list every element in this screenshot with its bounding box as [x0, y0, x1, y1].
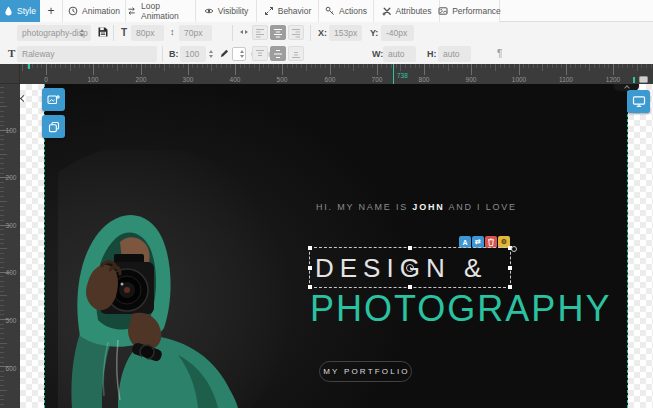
valign-top-button[interactable]: [252, 46, 268, 61]
height-label: H:: [427, 49, 437, 59]
width-field[interactable]: auto: [383, 46, 416, 62]
align-right-icon: [291, 28, 301, 38]
font-size-field[interactable]: 80px: [131, 25, 164, 41]
tab-loop-animation[interactable]: Loop Animation: [126, 0, 196, 22]
tab-attributes[interactable]: Attributes: [374, 0, 440, 22]
valign-stepper[interactable]: [240, 50, 244, 58]
y-position-field[interactable]: -40px: [381, 25, 414, 41]
valign-bottom-button[interactable]: [288, 46, 304, 61]
add-image-button[interactable]: [42, 88, 65, 111]
ruler-label: 500: [277, 76, 288, 83]
paragraph-icon[interactable]: ¶: [497, 48, 502, 59]
resize-handle[interactable]: [408, 246, 412, 250]
line-height-field[interactable]: 70px: [179, 25, 212, 41]
duplicate-button[interactable]: [42, 115, 65, 138]
align-center-button[interactable]: [270, 25, 286, 40]
x-position-field[interactable]: 153px: [329, 25, 362, 41]
divider: [232, 25, 233, 41]
ruler-label: 400: [6, 269, 17, 276]
tab-visibility[interactable]: Visibility: [196, 0, 257, 22]
title-line2[interactable]: PHOTOGRAPHY: [310, 287, 611, 331]
pasteboard-right: [628, 84, 653, 408]
ruler-label: 300: [6, 222, 17, 229]
cursor-position-label: 738: [397, 72, 408, 79]
tab-label: +: [47, 4, 54, 18]
height-field[interactable]: auto: [438, 46, 471, 62]
headline-text[interactable]: HI. MY NAME IS JOHN AND I LOVE: [316, 202, 517, 212]
valign-bottom-icon: [291, 49, 301, 59]
resize-handle[interactable]: [308, 266, 312, 270]
ruler-label: 600: [325, 76, 336, 83]
tab-actions[interactable]: Actions: [319, 0, 374, 22]
tab-label: Style: [17, 6, 36, 16]
ruler-label: 200: [136, 76, 147, 83]
font-size-icon: T: [121, 27, 127, 38]
portfolio-button[interactable]: MY PORTFOLIO: [319, 361, 412, 382]
resize-arrows-icon: [264, 6, 274, 16]
valign-middle-button[interactable]: [270, 46, 286, 61]
ruler-label: 600: [6, 365, 17, 372]
tab-style[interactable]: Style: [0, 0, 40, 22]
font-family-input[interactable]: Raleway: [17, 46, 157, 62]
tab-label: Animation: [82, 6, 120, 16]
add-image-icon: [47, 94, 60, 106]
trash-icon: [486, 237, 496, 247]
headline-suffix: AND I LOVE: [445, 202, 517, 212]
select-stepper-icon: [80, 29, 84, 37]
text-style-select[interactable]: photography-disp: [17, 25, 91, 41]
ruler-label: 900: [466, 76, 477, 83]
rotate-handle[interactable]: [511, 246, 517, 252]
resize-handle[interactable]: [508, 266, 512, 270]
slides-editor: Style + Animation Loop Animation Visibil…: [0, 0, 653, 408]
ruler-label: 1200: [606, 76, 620, 83]
key-icon: [325, 6, 335, 16]
tab-bar: Style + Animation Loop Animation Visibil…: [0, 0, 653, 22]
slide[interactable]: HI. MY NAME IS JOHN AND I LOVE A ⇄ ⚙ DES…: [44, 84, 628, 408]
ruler-label: 100: [88, 76, 99, 83]
tab-label: Attributes: [396, 6, 432, 16]
font-weight-field[interactable]: 100: [180, 46, 206, 62]
valign-middle-icon: [273, 49, 283, 59]
selected-title-element[interactable]: DESIGN &: [309, 247, 511, 288]
ruler-label: 400: [230, 76, 241, 83]
tools-icon: [382, 6, 392, 16]
swap-icon: ⇄: [475, 238, 481, 246]
edge-tick: [633, 77, 635, 83]
tab-label: Visibility: [218, 6, 249, 16]
ruler-widget[interactable]: [639, 76, 648, 83]
tab-add[interactable]: +: [40, 0, 63, 22]
headline-name: JOHN: [412, 202, 444, 212]
weight-label: B:: [169, 49, 179, 59]
x-label: X:: [318, 28, 327, 38]
ruler-corner: [0, 64, 20, 84]
preview-button[interactable]: [627, 90, 650, 113]
tab-behavior[interactable]: Behavior: [257, 0, 319, 22]
ruler-label: 800: [419, 76, 430, 83]
ruler-label: 1000: [512, 76, 526, 83]
tab-performance[interactable]: Performance: [440, 0, 500, 22]
valign-top-icon: [255, 49, 265, 59]
tab-label: Loop Animation: [141, 1, 195, 21]
align-left-button[interactable]: [252, 25, 268, 40]
portfolio-button-label: MY PORTFOLIO: [321, 367, 410, 376]
tab-animation[interactable]: Animation: [63, 0, 126, 22]
font-style-icon: T: [8, 47, 15, 59]
headline-prefix: HI. MY NAME IS: [316, 202, 412, 212]
vertical-ruler[interactable]: 100 200 300 400 500 600: [0, 84, 20, 408]
align-right-button[interactable]: [288, 25, 304, 40]
line-height-icon: ↕: [170, 27, 175, 37]
title-line1[interactable]: DESIGN &: [315, 250, 487, 286]
drop-icon: [4, 6, 13, 16]
loop-icon: [126, 6, 137, 16]
save-icon[interactable]: [97, 26, 109, 38]
pen-icon[interactable]: [219, 48, 229, 58]
monitor-icon: [632, 95, 646, 108]
tab-label: Performance: [452, 6, 501, 16]
photographer-image[interactable]: [58, 150, 308, 408]
weight-stepper[interactable]: [209, 50, 213, 58]
resize-handle[interactable]: [308, 246, 312, 250]
transform-anchor[interactable]: [406, 264, 414, 272]
horizontal-ruler[interactable]: 0 100 200 300 400 500 600 700 800 900 10…: [0, 64, 653, 84]
nudge-arrows-icon[interactable]: [240, 30, 248, 34]
pasteboard-left: [20, 84, 44, 408]
